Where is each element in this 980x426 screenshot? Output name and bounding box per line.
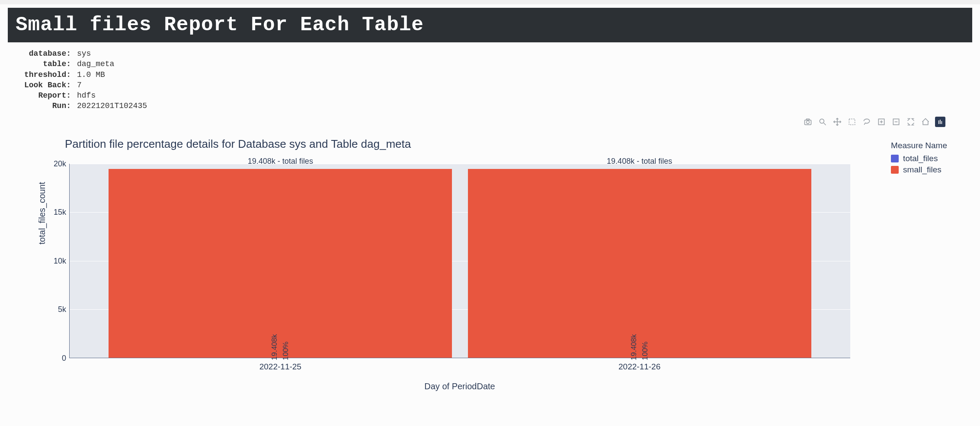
- meta-row: table:dag_meta: [12, 59, 980, 69]
- zoom-in-icon[interactable]: [876, 117, 887, 127]
- x-axis-label: Day of PeriodDate: [69, 381, 850, 391]
- meta-row: Report:hdfs: [12, 90, 980, 101]
- meta-value: hdfs: [73, 90, 96, 101]
- meta-row: Run:20221201T102435: [12, 101, 980, 111]
- svg-line-4: [824, 123, 826, 125]
- meta-value: 20221201T102435: [73, 101, 147, 111]
- meta-value: 1.0 MB: [73, 70, 105, 80]
- report-metadata: database:systable:dag_metathreshold:1.0 …: [12, 48, 980, 111]
- legend-label: total_files: [903, 154, 938, 163]
- svg-point-1: [807, 121, 810, 124]
- box-select-icon[interactable]: [847, 117, 857, 127]
- meta-key: threshold:: [12, 70, 73, 80]
- legend-swatch: [891, 155, 899, 162]
- plotly-logo-icon[interactable]: [935, 117, 945, 127]
- zoom-icon[interactable]: [817, 117, 828, 127]
- meta-value: dag_meta: [73, 59, 114, 69]
- x-tick-label: 2022-11-25: [109, 362, 452, 372]
- chart-container: Partition file percentage details for Da…: [26, 137, 963, 414]
- legend-item[interactable]: small_files: [891, 165, 947, 175]
- bar-small-files[interactable]: [109, 169, 452, 358]
- meta-row: database:sys: [12, 48, 980, 59]
- y-tick-label: 0: [45, 353, 66, 362]
- y-tick-label: 10k: [45, 256, 66, 265]
- y-tick-label: 15k: [45, 208, 66, 217]
- legend-title: Measure Name: [891, 141, 947, 150]
- bar-small-files[interactable]: [468, 169, 811, 358]
- legend-label: small_files: [903, 165, 942, 175]
- meta-row: threshold:1.0 MB: [12, 70, 980, 80]
- svg-rect-7: [849, 119, 855, 124]
- page-header: Small files Report For Each Table: [8, 8, 972, 42]
- legend: Measure Name total_filessmall_files: [891, 141, 947, 176]
- meta-key: table:: [12, 59, 73, 69]
- meta-key: Report:: [12, 90, 73, 101]
- bar-top-annotation: 19.408k - total files: [109, 157, 452, 166]
- legend-swatch: [891, 166, 899, 174]
- page-title: Small files Report For Each Table: [16, 14, 964, 36]
- autoscale-icon[interactable]: [906, 117, 916, 127]
- y-tick-label: 5k: [45, 305, 66, 314]
- plot-area[interactable]: 20k15k10k5k019.408k - total files19.408k…: [69, 164, 850, 358]
- zoom-out-icon[interactable]: [891, 117, 901, 127]
- meta-key: Look Back:: [12, 80, 73, 90]
- chart-title: Partition file percentage details for Da…: [65, 137, 963, 151]
- y-tick-label: 20k: [45, 159, 66, 168]
- x-tick-label: 2022-11-26: [468, 362, 811, 372]
- camera-icon[interactable]: [803, 117, 813, 127]
- meta-value: 7: [73, 80, 82, 90]
- lasso-select-icon[interactable]: [862, 117, 872, 127]
- meta-key: Run:: [12, 101, 73, 111]
- meta-value: sys: [73, 48, 91, 59]
- bar-top-annotation: 19.408k - total files: [468, 157, 811, 166]
- legend-item[interactable]: total_files: [891, 154, 947, 163]
- plot-toolbar: [803, 117, 945, 127]
- pan-icon[interactable]: [832, 117, 842, 127]
- svg-point-3: [820, 119, 824, 123]
- meta-key: database:: [12, 48, 73, 59]
- meta-row: Look Back:7: [12, 80, 980, 90]
- reset-axes-icon[interactable]: [920, 117, 931, 127]
- svg-rect-2: [807, 119, 810, 120]
